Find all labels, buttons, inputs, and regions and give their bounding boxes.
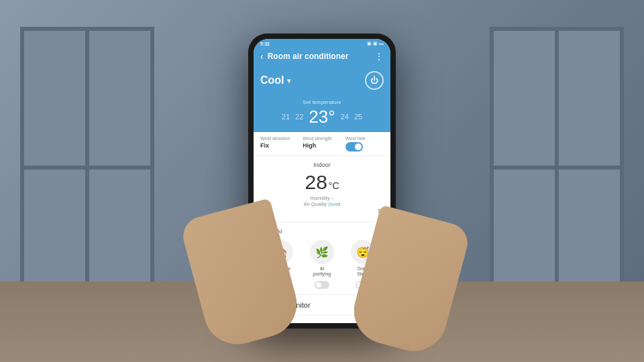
temp-25[interactable]: 25: [354, 113, 362, 121]
window-left: [20, 27, 154, 308]
signal-icon: ▣: [367, 41, 372, 46]
battery-icon: ▪▪▪: [379, 42, 384, 46]
mode-section: Cool ▾ ⏻: [254, 67, 390, 97]
temp-current: 23°: [309, 108, 335, 125]
wifi-icon: ▣: [373, 41, 378, 46]
mode-label: Cool: [260, 74, 284, 86]
set-temp-label: Set temperature: [260, 99, 384, 105]
status-bar: 5:32 ▣ ▣ ▪▪▪: [254, 39, 390, 48]
bixby-item-1[interactable]: 🌿 AIpurifying: [310, 240, 334, 289]
temperature-section: Set temperature 21 22 23° 24 25: [254, 97, 390, 132]
dropdown-icon: ▾: [287, 77, 290, 84]
temp-value: 23: [309, 107, 328, 127]
wind-strength-label: Wind strength: [303, 136, 341, 141]
wind-strength-value[interactable]: High: [303, 142, 341, 149]
temperature-row: 21 22 23° 24 25: [260, 108, 384, 125]
air-quality-label: Air Quality: [303, 201, 327, 207]
temp-24[interactable]: 24: [341, 113, 349, 121]
temp-21[interactable]: 21: [282, 113, 290, 121]
temp-22[interactable]: 22: [295, 113, 303, 121]
power-icon: ⏻: [370, 76, 378, 85]
indoor-humidity: Humidity –: [260, 195, 384, 201]
indoor-temperature: 28 °C: [260, 171, 384, 194]
wind-direction-value[interactable]: Fix: [260, 142, 299, 149]
page-title: Room air conditioner: [268, 52, 374, 61]
temp-degree: °: [328, 107, 335, 127]
wind-direction-item: Wind direction Fix: [260, 136, 299, 152]
power-button[interactable]: ⏻: [365, 71, 384, 90]
back-button[interactable]: ‹: [260, 51, 264, 62]
indoor-temp-value: 28: [305, 171, 327, 194]
status-time: 5:32: [260, 42, 270, 46]
mode-selector[interactable]: Cool ▾: [260, 74, 290, 86]
indoor-air-quality: Air Quality Good: [260, 201, 384, 207]
indoor-temp-unit: °C: [329, 180, 339, 191]
nav-home-button[interactable]: ○: [312, 320, 328, 323]
more-button[interactable]: ⋮: [374, 51, 384, 62]
refresh-button[interactable]: ↻: [260, 207, 384, 217]
phone-wrapper: 5:32 ▣ ▣ ▪▪▪ ‹ Room air conditioner ⋮ Co…: [248, 34, 396, 328]
wind-direction-label: Wind direction: [260, 136, 299, 141]
wind-free-item: Wind free: [345, 136, 384, 152]
window-right: [490, 27, 624, 308]
wind-controls: Wind direction Fix Wind strength High Wi…: [254, 132, 390, 156]
bixby-icon-1: 🌿: [310, 240, 334, 264]
air-quality-value: Good: [328, 201, 340, 207]
status-icons: ▣ ▣ ▪▪▪: [367, 41, 384, 46]
indoor-section: Indoor 28 °C Humidity – Air Quality Good…: [254, 156, 390, 223]
indoor-title: Indoor: [260, 162, 384, 168]
wind-strength-item: Wind strength High: [303, 136, 341, 152]
bixby-label-1: AIpurifying: [313, 266, 331, 278]
bixby-toggle-1[interactable]: [315, 281, 329, 289]
app-header: ‹ Room air conditioner ⋮: [254, 48, 390, 67]
wind-free-toggle[interactable]: [345, 142, 363, 152]
wind-free-label: Wind free: [345, 136, 384, 141]
